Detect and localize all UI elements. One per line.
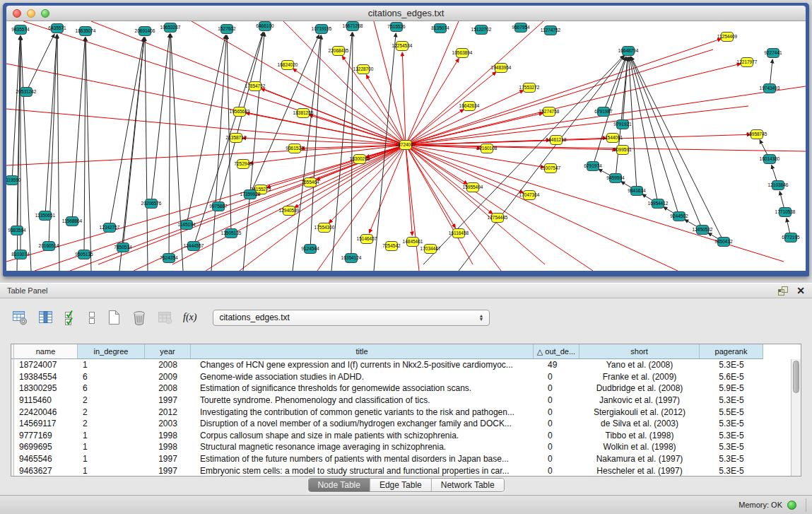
graph-node[interactable]: 7252946 [234, 160, 252, 169]
graph-node[interactable]: 16116458 [449, 229, 469, 238]
graph-node[interactable]: 13228700 [353, 65, 374, 74]
graph-node[interactable]: 19743493 [760, 84, 780, 93]
graph-node[interactable]: 9244502 [670, 212, 688, 221]
float-panel-icon[interactable] [777, 285, 789, 296]
graph-node[interactable]: 22068435 [329, 47, 349, 56]
graph-node[interactable]: 16461218 [546, 136, 567, 145]
select-all-columns-icon[interactable] [64, 309, 78, 326]
graph-node[interactable]: 12160108 [477, 144, 498, 153]
column-header-name[interactable]: name [14, 344, 78, 359]
network-canvas[interactable]: 1872400794355746435571186350742069140610… [6, 21, 806, 271]
graph-node[interactable]: 20691406 [135, 27, 155, 36]
graph-node[interactable]: 17034447 [420, 245, 441, 254]
graph-node[interactable]: 11350651 [35, 211, 56, 221]
graph-node[interactable]: 6772195 [782, 233, 800, 243]
column-header-pagerank[interactable]: pagerank [700, 344, 763, 359]
graph-node[interactable]: 16671288 [343, 22, 363, 31]
graph-node[interactable]: 9841614 [628, 187, 646, 196]
graph-node[interactable]: 16014380 [760, 155, 780, 164]
graph-node[interactable]: 11544091 [603, 134, 623, 143]
graph-node[interactable]: 9435574 [11, 25, 30, 35]
table-row[interactable]: 911546021997Tourette syndrome. Phenomeno… [11, 395, 792, 407]
graph-node[interactable]: 19565683 [230, 107, 250, 117]
graph-node[interactable]: 9975887 [209, 202, 228, 211]
graph-node[interactable]: 19483954 [491, 64, 512, 73]
column-header-year[interactable]: year [145, 344, 191, 359]
tab-network-table[interactable]: Network Table [432, 479, 504, 491]
table-row[interactable]: 946362711997Embryonic stem cells: a mode… [11, 465, 792, 476]
graph-node[interactable]: 15146457 [357, 235, 377, 244]
graph-node[interactable]: 16824020 [278, 61, 298, 70]
graph-node[interactable]: 7624354 [160, 254, 178, 263]
graph-node[interactable]: 10563894 [452, 49, 473, 58]
graph-node[interactable]: 12754445 [488, 214, 508, 223]
delete-entries-icon[interactable] [131, 309, 148, 326]
graph-node[interactable]: 15958745 [747, 130, 767, 139]
new-table-icon[interactable] [106, 309, 122, 326]
graph-node[interactable]: 9383594 [8, 226, 26, 235]
table-row[interactable]: 1872400712008Changes of HCN gene express… [11, 359, 792, 371]
graph-node[interactable]: 9791921 [613, 120, 632, 129]
graph-node[interactable]: 10653287 [160, 23, 181, 33]
graph-node[interactable]: 10719195 [312, 25, 332, 34]
table-row[interactable]: 977716911998Corpus callosum shape and si… [11, 430, 792, 442]
table-selector-dropdown[interactable]: citations_edges.txt ▲▼ [213, 310, 490, 326]
table-row[interactable]: 2242004622012Investigating the contribut… [11, 406, 792, 418]
scrollbar-thumb[interactable] [793, 361, 799, 393]
show-columns-icon[interactable] [37, 309, 54, 326]
graph-node[interactable]: 9361523 [286, 144, 304, 153]
table-row[interactable]: 1456911722003Disruption of a novel membe… [11, 418, 792, 430]
graph-node[interactable]: 12342757 [100, 223, 120, 233]
graph-node[interactable]: 8135074 [431, 24, 449, 33]
table-row[interactable]: 1938455462009Genome-wide association stu… [11, 371, 792, 383]
graph-node[interactable]: 7254542 [382, 242, 401, 251]
graph-node[interactable]: 6435571 [48, 24, 66, 33]
graph-node[interactable]: 12217977 [737, 58, 758, 67]
graph-node[interactable]: 9459594 [606, 174, 625, 183]
graph-node[interactable]: 15274758 [539, 107, 560, 117]
close-panel-icon[interactable]: ✕ [796, 285, 805, 296]
network-window-titlebar[interactable]: citations_edges.txt [6, 6, 806, 21]
graph-node[interactable]: 12444557 [184, 242, 204, 251]
graph-node[interactable]: 17554300 [314, 223, 335, 233]
graph-node[interactable]: 1527602 [218, 25, 236, 34]
table-settings-icon[interactable] [11, 309, 28, 326]
graph-node[interactable]: 13505135 [221, 229, 242, 238]
graph-node[interactable]: 18635074 [76, 27, 96, 36]
table-row[interactable]: 946554611997Estimation of the future num… [11, 453, 792, 465]
column-header-short[interactable]: short [579, 344, 700, 359]
graph-node[interactable]: 7655464 [301, 178, 319, 187]
graph-node[interactable]: 9124544 [301, 245, 319, 254]
graph-node[interactable]: 16354124 [341, 254, 362, 263]
graph-node[interactable]: 16954412 [648, 199, 669, 209]
column-header-title[interactable]: title [191, 344, 534, 359]
table-row[interactable]: 969969511998Structural magnetic resonanc… [11, 441, 792, 453]
tab-edge-table[interactable]: Edge Table [370, 479, 432, 491]
graph-node[interactable]: 11254409 [717, 33, 738, 42]
graph-node[interactable]: 17710538 [775, 208, 796, 217]
graph-node[interactable]: 18300295 [350, 155, 370, 164]
graph-node[interactable]: 9227441 [764, 49, 782, 58]
graph-node[interactable]: 20206576 [141, 199, 162, 209]
graph-node[interactable]: 15955494 [463, 183, 483, 192]
graph-node[interactable]: 9119590 [6, 176, 21, 185]
column-header-in_degree[interactable]: in_degree [78, 344, 145, 359]
unselect-all-columns-icon[interactable] [87, 309, 97, 326]
graph-node[interactable]: 7515526 [387, 23, 406, 32]
graph-node[interactable]: 20160514 [39, 242, 59, 251]
graph-node[interactable]: 11568864 [62, 217, 83, 226]
table-vertical-scrollbar[interactable] [791, 359, 801, 476]
function-builder-icon[interactable]: f(x) [183, 312, 196, 323]
graph-node[interactable]: 16648794 [618, 47, 639, 56]
graph-node[interactable]: 7850514 [114, 243, 132, 252]
memory-status-indicator[interactable] [787, 501, 796, 510]
graph-node[interactable]: 11007547 [541, 164, 561, 173]
graph-node[interactable]: 12103846 [768, 181, 789, 190]
graph-node[interactable]: 12450532 [693, 226, 713, 235]
graph-node[interactable]: 17047364 [519, 191, 540, 200]
graph-node[interactable]: 11274752 [541, 26, 561, 35]
graph-node[interactable]: 9667954 [512, 23, 530, 33]
graph-node[interactable]: 16642634 [459, 102, 480, 111]
graph-node[interactable]: 17359928 [240, 190, 261, 199]
graph-node[interactable]: 8103074 [11, 250, 30, 259]
